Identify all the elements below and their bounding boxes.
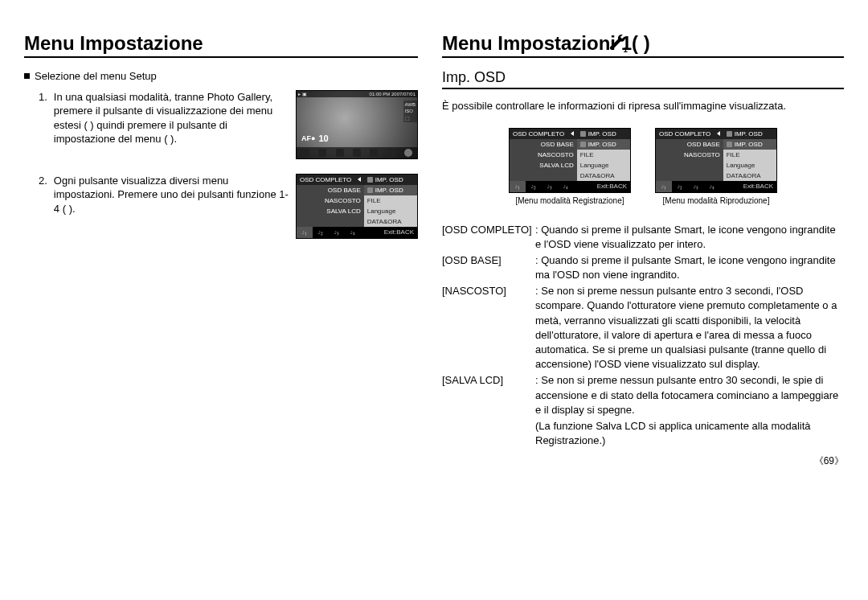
menu-box-left: OSD COMPLETO IMP. OSD OSD BASEIMP. OSD N… (296, 174, 418, 239)
def-val-1: : Quando si preme il pulsante Smart, le … (535, 253, 844, 282)
step2-num: 2. (39, 174, 47, 239)
step1-text: In una qualsiasi modalità, tranne Photo … (54, 90, 289, 159)
def-key-1: [OSD BASE] (442, 253, 535, 282)
lcd-topbar-right: 01:00 PM 2007/07/01 (370, 92, 416, 97)
heading-left-text: Menu Impostazione (24, 32, 203, 55)
def-key-3: [SALVA LCD] (442, 373, 535, 417)
def-val-2: : Se non si preme nessun pulsante entro … (535, 284, 844, 372)
svg-text:1: 1 (623, 45, 627, 54)
caption-rec: [Menu modalità Registrazione] (509, 196, 631, 205)
lcd-topbar-left: ▸ ▣ (298, 92, 307, 97)
heading-left: Menu Impostazione (24, 32, 418, 58)
def-note: (La funzione Salva LCD si applica unicam… (535, 419, 844, 448)
menu-box-play: OSD COMPLETO IMP. OSD OSD BASEIMP. OSD N… (655, 128, 777, 193)
wrench-icon: 1 (607, 33, 628, 54)
def-val-0: : Quando si preme il pulsante Smart, le … (535, 223, 844, 252)
bullet-text: Selezione del menu Setup (35, 69, 157, 84)
def-key-0: [OSD COMPLETO] (442, 223, 535, 252)
lcd-count: 10 (318, 134, 328, 143)
step1-num: 1. (39, 90, 47, 159)
lcd-preview: ▸ ▣ 01:00 PM 2007/07/01 AWB ISO ⬚ AF● 10 (296, 90, 418, 159)
bullet-icon (24, 73, 30, 79)
def-key-2: [NASCOSTO] (442, 284, 535, 372)
intro-text: È possibile controllare le informazioni … (442, 99, 844, 113)
definitions: [OSD COMPLETO]: Quando si preme il pulsa… (442, 223, 844, 449)
subheading: Imp. OSD (442, 69, 844, 89)
heading-right: Menu Impostazioni 1( ) 1 (442, 32, 844, 58)
step2-text: Ogni pulsante visualizza diversi menu im… (54, 174, 289, 239)
page-number: 《69》 (442, 454, 844, 468)
menu-box-rec: OSD COMPLETO IMP. OSD OSD BASEIMP. OSD N… (509, 128, 631, 193)
caption-play: [Menu modalità Riproduzione] (655, 196, 777, 205)
lcd-af: AF● (301, 135, 315, 143)
def-val-3: : Se non si preme nessun pulsante entro … (535, 373, 844, 417)
